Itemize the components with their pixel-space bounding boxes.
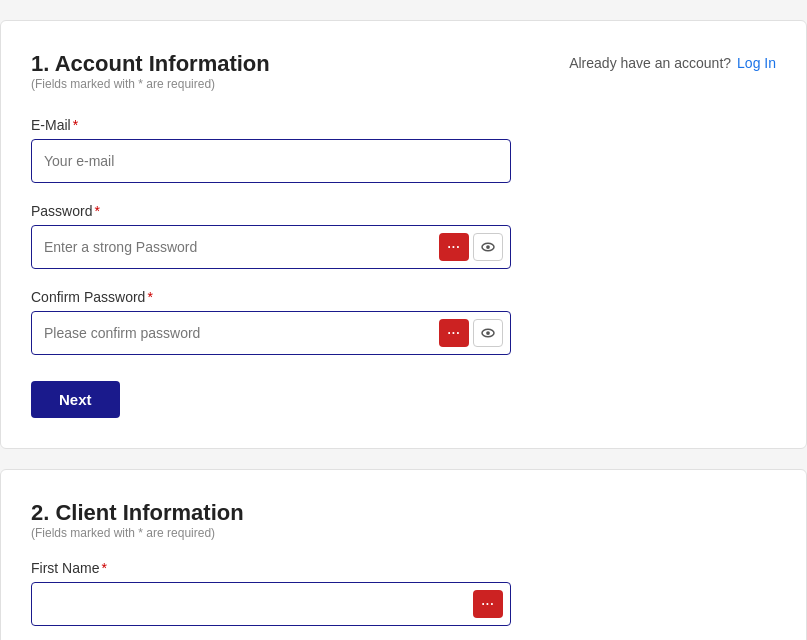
confirm-required-star: *	[147, 289, 152, 305]
firstname-required-star: *	[101, 560, 106, 576]
eye-icon	[479, 238, 497, 256]
firstname-input[interactable]	[31, 582, 511, 626]
client-information-section: 2. Client Information (Fields marked wit…	[0, 469, 807, 640]
confirm-eye-button[interactable]	[473, 319, 503, 347]
email-input[interactable]	[31, 139, 511, 183]
firstname-field-container: ···	[31, 582, 511, 626]
firstname-label: First Name*	[31, 560, 776, 576]
password-eye-button[interactable]	[473, 233, 503, 261]
password-dots-button[interactable]: ···	[439, 233, 469, 261]
confirm-password-label: Confirm Password*	[31, 289, 776, 305]
confirm-icons: ···	[439, 319, 503, 347]
account-prompt: Already have an account? Log In	[569, 55, 776, 71]
login-link[interactable]: Log In	[737, 55, 776, 71]
password-group: Password* ···	[31, 203, 776, 269]
confirm-eye-icon	[479, 324, 497, 342]
email-label: E-Mail*	[31, 117, 776, 133]
confirm-password-group: Confirm Password* ···	[31, 289, 776, 355]
password-icons: ···	[439, 233, 503, 261]
next-button[interactable]: Next	[31, 381, 120, 418]
firstname-dots-icon: ···	[481, 597, 494, 611]
confirm-dots-button[interactable]: ···	[439, 319, 469, 347]
firstname-dots-button[interactable]: ···	[473, 590, 503, 618]
email-field-container	[31, 139, 511, 183]
section1-required-note: (Fields marked with * are required)	[31, 77, 270, 91]
firstname-icons: ···	[473, 590, 503, 618]
firstname-group: First Name* ···	[31, 560, 776, 626]
section1-title: 1. Account Information	[31, 51, 270, 77]
dots-icon: ···	[447, 240, 460, 254]
email-required-star: *	[73, 117, 78, 133]
svg-point-3	[486, 331, 490, 335]
account-information-section: 1. Account Information (Fields marked wi…	[0, 20, 807, 449]
password-required-star: *	[94, 203, 99, 219]
already-account-text: Already have an account?	[569, 55, 731, 71]
confirm-dots-icon: ···	[447, 326, 460, 340]
svg-point-1	[486, 245, 490, 249]
section2-required-note: (Fields marked with * are required)	[31, 526, 776, 540]
confirm-field-container: ···	[31, 311, 511, 355]
password-field-container: ···	[31, 225, 511, 269]
section2-title: 2. Client Information	[31, 500, 776, 526]
email-group: E-Mail*	[31, 117, 776, 183]
password-label: Password*	[31, 203, 776, 219]
